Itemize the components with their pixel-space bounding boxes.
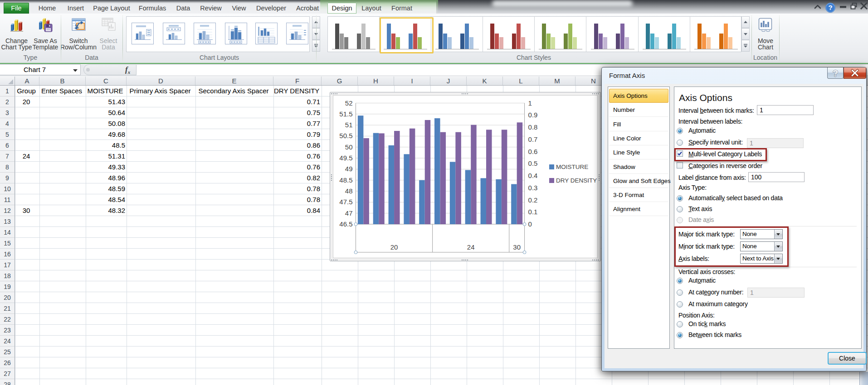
row-header-26[interactable]: 26 (0, 357, 15, 368)
cell-F3[interactable]: 0.75 (274, 107, 320, 118)
row-header-23[interactable]: 23 (0, 325, 15, 336)
cell-A2[interactable]: 20 (15, 96, 37, 107)
vertical-scrollbar[interactable] (859, 372, 868, 385)
row-header-14[interactable]: 14 (0, 227, 15, 238)
text-axis-radio[interactable] (677, 206, 683, 212)
style-green[interactable] (535, 17, 586, 52)
close-button[interactable]: Close (828, 352, 867, 365)
dialog-nav-alignment[interactable]: Alignment (609, 202, 668, 216)
tab-home[interactable]: Home (33, 3, 62, 14)
column-header-J[interactable]: J (430, 77, 467, 85)
chart-layout-2[interactable] (163, 23, 185, 44)
switch-row-column-button[interactable]: SwitchRow/Column (63, 15, 94, 53)
chart-frame-handle[interactable] (462, 93, 468, 94)
style-blue[interactable] (431, 17, 483, 52)
tab-design[interactable]: Design (327, 3, 356, 14)
row-header-9[interactable]: 9 (0, 173, 15, 183)
style-teal[interactable] (639, 17, 690, 52)
collapse-ribbon-icon[interactable] (813, 3, 822, 10)
tab-file[interactable]: File (4, 3, 29, 14)
dialog-close-icon[interactable] (844, 67, 866, 79)
scroll-down-button[interactable] (741, 28, 750, 40)
style-orange[interactable] (690, 17, 742, 52)
interval-ticks-field[interactable]: 1 (757, 105, 814, 115)
tab-acrobat[interactable]: Acrobat (291, 3, 324, 14)
cell-F1[interactable]: DRY DENSITY (274, 86, 319, 96)
name-box[interactable]: Chart 7 (0, 64, 81, 75)
chart-frame-handle[interactable] (592, 93, 599, 94)
cell-F12[interactable]: 0.84 (274, 205, 320, 216)
column-header-G[interactable]: G (322, 77, 358, 85)
row-header-5[interactable]: 5 (0, 129, 15, 140)
help-icon[interactable]: ? (825, 2, 836, 13)
cell-F11[interactable]: 0.78 (274, 194, 320, 205)
chart-frame-handle[interactable] (599, 174, 600, 181)
cell-C10[interactable]: 48.59 (86, 183, 125, 194)
chart-frame-handle[interactable] (331, 260, 337, 260)
cell-A7[interactable]: 24 (15, 151, 37, 162)
tab-formulas[interactable]: Formulas (133, 3, 171, 14)
cell-F6[interactable]: 0.86 (274, 140, 320, 151)
row-header-11[interactable]: 11 (0, 194, 15, 205)
specify-radio[interactable] (677, 140, 683, 146)
at-category-field[interactable]: 1 (747, 288, 805, 298)
at-category-radio[interactable] (677, 289, 683, 296)
row-header-22[interactable]: 22 (0, 314, 15, 325)
chart-frame-handle[interactable] (331, 174, 332, 181)
between-ticks-radio[interactable] (677, 332, 683, 338)
chart-layout-5[interactable] (255, 23, 278, 44)
cell-C2[interactable]: 51.43 (86, 96, 125, 107)
chart-layout-6[interactable] (286, 23, 308, 44)
save-as-template-button[interactable]: Save AsTemplate (31, 15, 59, 53)
close-icon[interactable] (860, 2, 868, 10)
column-header-B[interactable]: B (39, 77, 86, 85)
cell-C7[interactable]: 51.31 (86, 151, 125, 162)
cell-F2[interactable]: 0.71 (274, 96, 320, 107)
cell-F9[interactable]: 0.82 (274, 173, 320, 183)
column-header-A[interactable]: A (15, 77, 39, 85)
tab-insert[interactable]: Insert (62, 3, 90, 14)
cell-F8[interactable]: 0.76 (274, 162, 320, 173)
tab-page-layout[interactable]: Page Layout (90, 3, 133, 14)
row-header-18[interactable]: 18 (0, 270, 15, 281)
cell-A12[interactable]: 30 (15, 205, 37, 216)
auto-select-radio[interactable] (677, 195, 683, 202)
column-header-H[interactable]: H (358, 77, 394, 85)
cell-F4[interactable]: 0.77 (274, 118, 320, 129)
chart-area[interactable]: 46.54747.54848.54949.55050.55151.55200.1… (333, 95, 598, 258)
column-header-D[interactable]: D (127, 77, 195, 85)
row-header-28[interactable]: 28 (0, 379, 15, 385)
minimize-icon[interactable] (839, 5, 848, 9)
cell-C11[interactable]: 48.54 (86, 194, 125, 205)
row-header-21[interactable]: 21 (0, 303, 15, 314)
row-header-4[interactable]: 4 (0, 118, 15, 129)
cell-C3[interactable]: 50.64 (86, 107, 125, 118)
chart-layout-3[interactable] (194, 23, 216, 44)
row-header-8[interactable]: 8 (0, 162, 15, 173)
cell-C9[interactable]: 48.96 (86, 173, 125, 183)
cell-C12[interactable]: 48.32 (86, 205, 125, 216)
row-header-17[interactable]: 17 (0, 260, 15, 270)
column-header-C[interactable]: C (86, 77, 127, 85)
scroll-up-button[interactable] (741, 16, 750, 28)
cell-F7[interactable]: 0.76 (274, 151, 320, 162)
automatic1-radio[interactable] (677, 128, 683, 134)
row-header-20[interactable]: 20 (0, 292, 15, 303)
row-headers[interactable]: 1234567891011121314151617181920212223242… (0, 86, 15, 385)
row-header-25[interactable]: 25 (0, 346, 15, 357)
row-header-2[interactable]: 2 (0, 96, 15, 107)
at-max-radio[interactable] (677, 301, 683, 308)
style-gray[interactable] (328, 17, 380, 52)
row-header-16[interactable]: 16 (0, 249, 15, 260)
dialog-nav-3-d-format[interactable]: 3-D Format (609, 188, 668, 202)
date-axis-radio[interactable] (677, 217, 683, 223)
row-header-19[interactable]: 19 (0, 281, 15, 292)
embedded-chart[interactable]: 46.54747.54848.54949.55050.55151.55200.1… (330, 92, 601, 261)
move-chart-button[interactable]: MoveChart (753, 15, 778, 53)
cell-C5[interactable]: 49.68 (86, 129, 125, 140)
tab-review[interactable]: Review (195, 3, 227, 14)
dialog-help-button[interactable]: ? (827, 67, 844, 79)
cell-C6[interactable]: 48.5 (86, 140, 125, 151)
column-header-M[interactable]: M (539, 77, 575, 85)
cell-E1[interactable]: Secondary Axis Spacer (196, 86, 271, 96)
